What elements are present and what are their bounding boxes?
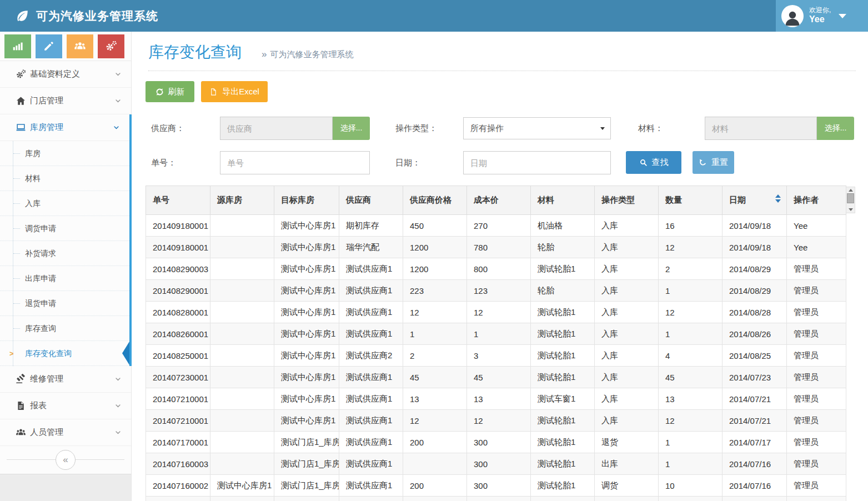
quick-gears-button[interactable]: [98, 34, 124, 58]
table-row[interactable]: 201409180001测试中心库房1期初库存450270机油格入库162014…: [146, 215, 846, 237]
sidebar-item-人员管理[interactable]: 人员管理: [0, 419, 131, 446]
sidebar-subitem-入库[interactable]: 入库: [0, 191, 129, 216]
table-row[interactable]: 201408290001测试中心库房1测试供应商1223123轮胎入库12014…: [146, 280, 846, 302]
column-header-源库房[interactable]: 源库房: [210, 186, 274, 215]
table-row[interactable]: 201407170001测试门店1_库房测试供应商1200300测试轮胎1退货1…: [146, 432, 846, 453]
table-cell: [595, 497, 659, 501]
table-cell: [210, 323, 274, 345]
table-cell: 测试中心库房1: [210, 475, 274, 497]
reset-button[interactable]: 重置: [693, 151, 734, 174]
column-header-单号[interactable]: 单号: [146, 186, 210, 215]
search-button[interactable]: 查找: [626, 151, 681, 174]
table-row[interactable]: 201408280001测试中心库房1测试供应商11212测试轮胎1入库1220…: [146, 302, 846, 323]
column-header-供应商[interactable]: 供应商: [339, 186, 403, 215]
table-row[interactable]: 201407210001测试中心库房1测试供应商11212测试轮胎1入库1220…: [146, 410, 846, 432]
column-header-成本价[interactable]: 成本价: [467, 186, 531, 215]
table-cell: 入库: [595, 280, 659, 302]
order-number-input[interactable]: [220, 151, 370, 174]
supplier-input[interactable]: [220, 117, 333, 140]
table-cell: 13: [467, 388, 531, 410]
table-cell: 201408260001: [146, 323, 210, 345]
column-header-材料[interactable]: 材料: [531, 186, 595, 215]
table-head: 单号源库房目标库房供应商供应商价格成本价材料操作类型数量日期操作者: [146, 186, 846, 215]
table-row[interactable]: 201407210001测试中心库房1测试供应商11313测试车窗1入库1320…: [146, 388, 846, 410]
chart-bars-icon: [12, 40, 24, 52]
table-cell: 1200: [403, 258, 467, 280]
sidebar-item-门店管理[interactable]: 门店管理: [0, 88, 131, 114]
material-choose-button[interactable]: 选择...: [817, 117, 854, 140]
table-cell: 200: [403, 432, 467, 453]
sidebar-menu: 基础资料定义门店管理库房管理库房材料入库调货申请补货请求出库申请退货申请库存查询…: [0, 61, 131, 446]
refresh-button[interactable]: 刷新: [145, 81, 194, 102]
sidebar-subitem-材料[interactable]: 材料: [0, 166, 129, 191]
table-cell: 2014/07/23: [723, 367, 787, 388]
date-input[interactable]: [463, 151, 611, 174]
table-cell: 201408290003: [146, 258, 210, 280]
table-cell: 12: [467, 302, 531, 323]
sidebar-subitem-出库申请[interactable]: 出库申请: [0, 266, 129, 291]
table-cell: 450: [403, 215, 467, 237]
table-cell: 300: [467, 453, 531, 475]
sidebar-item-label: 报表: [30, 400, 114, 411]
column-header-数量[interactable]: 数量: [659, 186, 723, 215]
scroll-thumb[interactable]: [847, 193, 854, 203]
sidebar-collapse-button[interactable]: «: [56, 450, 76, 470]
table-cell: 测试门店1_库房: [274, 475, 339, 497]
quick-users-button[interactable]: [67, 34, 93, 58]
table-cell: 45: [467, 367, 531, 388]
column-header-label: 日期: [729, 195, 746, 204]
table-cell: 2014/07/16: [723, 453, 787, 475]
operation-type-select[interactable]: 所有操作: [463, 117, 611, 139]
table-row[interactable]: 201408250001测试中心库房1测试供应商223测试轮胎1入库42014/…: [146, 345, 846, 367]
sidebar-subitem-调货申请[interactable]: 调货申请: [0, 216, 129, 241]
table-cell: 管理员: [787, 345, 846, 367]
sidebar-subitem-退货申请[interactable]: 退货申请: [0, 291, 129, 316]
pencil-icon: [43, 40, 55, 52]
table-cell: [274, 497, 339, 501]
quick-pencil-button[interactable]: [36, 34, 62, 58]
table-cell: 16: [659, 215, 723, 237]
column-header-日期[interactable]: 日期: [723, 186, 787, 215]
sidebar-subitem-补货请求[interactable]: 补货请求: [0, 241, 129, 266]
column-header-目标库房[interactable]: 目标库房: [274, 186, 339, 215]
table-scrollbar[interactable]: [846, 187, 855, 213]
table-row[interactable]: 201407160003测试门店1_库房测试供应商1300测试轮胎1出库1201…: [146, 453, 846, 475]
users-icon: [74, 40, 86, 52]
table-cell: 2014/07/21: [723, 410, 787, 432]
table-cell: 12: [659, 302, 723, 323]
user-menu[interactable]: 欢迎你, Yee: [776, 0, 868, 32]
sort-icon[interactable]: [775, 194, 783, 203]
sidebar-subitem-库存查询[interactable]: 库存查询: [0, 316, 129, 341]
table-row[interactable]: 201407160002测试中心库房1测试门店1_库房测试供应商1200300测…: [146, 475, 846, 497]
table-row[interactable]: 201408260001测试中心库房1测试供应商111测试轮胎1入库12014/…: [146, 323, 846, 345]
column-header-label: 源库房: [217, 195, 242, 204]
table-cell: 测试中心库房1: [274, 323, 339, 345]
table-cell: 管理员: [787, 475, 846, 497]
chevron-down-icon: [114, 428, 122, 437]
supplier-choose-button[interactable]: 选择...: [333, 117, 370, 140]
table-cell: 300: [467, 432, 531, 453]
sidebar-item-基础资料定义[interactable]: 基础资料定义: [0, 61, 131, 88]
scroll-up-icon[interactable]: [849, 189, 853, 192]
table-cell: 管理员: [787, 388, 846, 410]
column-header-供应商价格[interactable]: 供应商价格: [403, 186, 467, 215]
sidebar-subitem-库房[interactable]: 库房: [0, 141, 129, 166]
table-cell: [210, 302, 274, 323]
material-input[interactable]: [705, 117, 817, 140]
table-row[interactable]: 201409180001测试中心库房1瑞华汽配1200780轮胎入库122014…: [146, 237, 846, 258]
search-icon: [639, 158, 648, 167]
sidebar-item-库房管理[interactable]: 库房管理: [0, 114, 129, 141]
scroll-down-icon[interactable]: [849, 208, 853, 211]
column-header-操作类型[interactable]: 操作类型: [595, 186, 659, 215]
column-header-操作者[interactable]: 操作者: [787, 186, 846, 215]
export-excel-button[interactable]: 导出Excel: [201, 81, 268, 102]
table-row[interactable]: 201408290003测试中心库房1测试供应商11200800测试轮胎1入库2…: [146, 258, 846, 280]
table-cell: [210, 280, 274, 302]
breadcrumb-separator: »: [262, 49, 267, 59]
quick-chart-bars-button[interactable]: [4, 34, 31, 58]
supplier-label: 供应商：: [151, 117, 184, 140]
sidebar-subitem-库存变化查询[interactable]: >库存变化查询: [0, 341, 129, 366]
sidebar-item-报表[interactable]: 报表: [0, 393, 131, 419]
sidebar-item-维修管理[interactable]: 维修管理: [0, 366, 131, 393]
table-row[interactable]: 201407230001测试中心库房1测试供应商14545测试轮胎1入库4520…: [146, 367, 846, 388]
